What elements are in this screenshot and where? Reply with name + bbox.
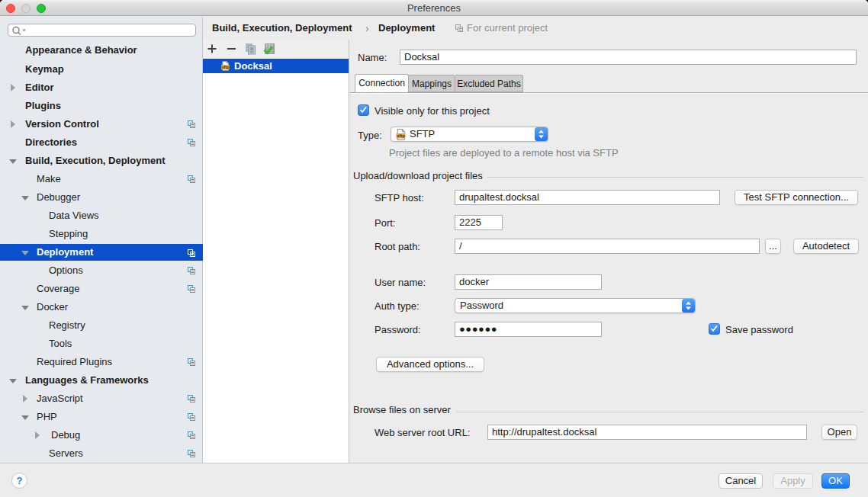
svg-text:sftp: sftp <box>222 65 230 69</box>
svg-text:sftp: sftp <box>397 133 405 138</box>
